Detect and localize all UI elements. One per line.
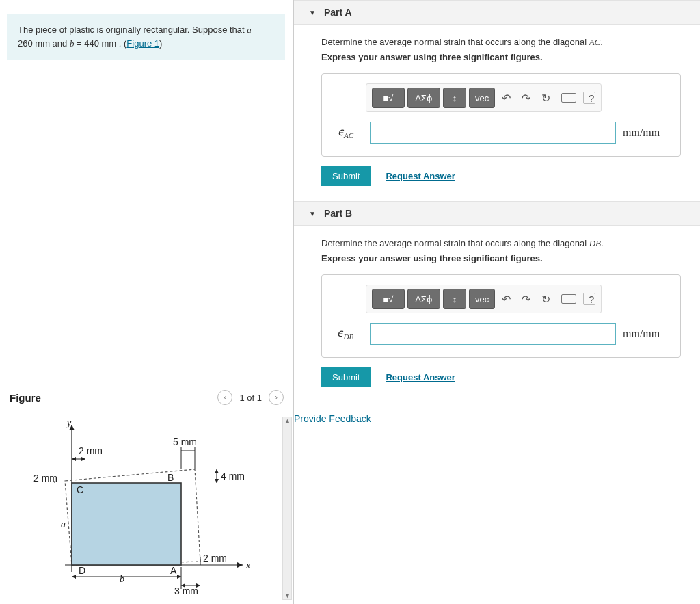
figure-svg: x y C B A D a b 5 mm — [24, 418, 263, 596]
pb-diag: DB — [589, 238, 601, 248]
part-b-unit: mm/mm — [623, 328, 660, 340]
reset-icon[interactable]: ↻ — [537, 92, 554, 105]
part-a-answer-row: ϵAC = mm/mm — [336, 122, 667, 144]
figure-header: Figure ‹ 1 of 1 › — [0, 386, 293, 412]
dim-2mm-l: 2 mm — [33, 473, 57, 484]
part-b-header[interactable]: ▼ Part B — [294, 201, 700, 226]
axis-x: x — [245, 560, 251, 570]
pt-D: D — [79, 565, 85, 576]
suffix2: ) — [159, 38, 162, 49]
part-a-input[interactable] — [370, 122, 616, 144]
part-b-request-answer[interactable]: Request Answer — [386, 372, 455, 382]
templates-button[interactable]: ■√ — [372, 88, 405, 108]
part-b-instr: Express your answer using three signific… — [321, 253, 681, 263]
part-b-title: Part B — [324, 208, 352, 219]
svg-marker-10 — [72, 457, 76, 461]
help-icon[interactable]: ? — [583, 293, 595, 305]
undo-icon[interactable]: ↶ — [498, 92, 515, 105]
svg-marker-15 — [215, 479, 219, 483]
dim-2mm-t: 2 mm — [79, 445, 103, 456]
reset-icon[interactable]: ↻ — [537, 293, 554, 306]
part-a-instr: Express your answer using three signific… — [321, 52, 681, 62]
dim-4mm: 4 mm — [221, 471, 245, 482]
scripts-button[interactable]: ↕ — [443, 88, 466, 108]
dim-5mm: 5 mm — [173, 436, 197, 447]
side-b: b — [120, 574, 124, 584]
provide-feedback-link[interactable]: Provide Feedback — [294, 406, 371, 424]
figure-label: Figure — [10, 392, 41, 404]
figure-count: 1 of 1 — [237, 393, 265, 403]
svg-marker-23 — [177, 575, 181, 579]
part-a-unit: mm/mm — [623, 127, 660, 139]
suffix1: . ( — [116, 38, 126, 49]
problem-statement: The piece of plastic is originally recta… — [7, 14, 285, 60]
part-a-answer-box: ■√ ΑΣϕ ↕ vec ↶ ↷ ↻ ? ϵAC = mm/mm — [321, 73, 681, 157]
greek-button[interactable]: ΑΣϕ — [407, 88, 440, 108]
scripts-button[interactable]: ↕ — [443, 289, 466, 309]
part-b-input[interactable] — [370, 323, 616, 345]
vec-button[interactable]: vec — [469, 88, 495, 108]
part-b-answer-box: ■√ ΑΣϕ ↕ vec ↶ ↷ ↻ ? ϵDB = mm/mm — [321, 274, 681, 358]
greek-button[interactable]: ΑΣϕ — [407, 289, 440, 309]
side-a: a — [61, 519, 66, 529]
svg-marker-14 — [215, 469, 219, 473]
svg-marker-11 — [81, 457, 85, 461]
svg-marker-2 — [237, 562, 243, 568]
part-a-var: ϵAC = — [336, 126, 363, 140]
dim-2mm-b: 2 mm — [203, 553, 227, 564]
svg-marker-22 — [72, 575, 76, 579]
val-b: = 440 mm — [74, 38, 116, 49]
part-b-body: Determine the average normal strain that… — [294, 226, 700, 402]
redo-icon[interactable]: ↷ — [517, 92, 535, 105]
part-b-prompt: Determine the average normal strain that… — [321, 238, 681, 249]
pt-A: A — [170, 565, 177, 576]
templates-button[interactable]: ■√ — [372, 289, 405, 309]
dim-3mm: 3 mm — [174, 586, 198, 596]
caret-down-icon: ▼ — [309, 210, 316, 218]
redo-icon[interactable]: ↷ — [517, 293, 535, 306]
part-a-header[interactable]: ▼ Part A — [294, 0, 700, 25]
pa-ppre: Determine the average normal strain that… — [321, 37, 589, 47]
pb-ppost: . — [601, 238, 604, 248]
part-a-submit[interactable]: Submit — [321, 166, 371, 186]
figure-next-button[interactable]: › — [269, 390, 284, 405]
undo-icon[interactable]: ↶ — [498, 293, 515, 306]
figure-scrollbar[interactable] — [282, 417, 292, 600]
svg-rect-5 — [72, 483, 181, 565]
pb-ppre: Determine the average normal strain that… — [321, 238, 589, 248]
figure-pane: x y C B A D a b 5 mm — [0, 412, 293, 604]
part-a-toolbar: ■√ ΑΣϕ ↕ vec ↶ ↷ ↻ ? — [366, 83, 602, 112]
caret-down-icon: ▼ — [309, 9, 316, 16]
part-b-answer-row: ϵDB = mm/mm — [336, 323, 667, 345]
part-b-toolbar: ■√ ΑΣϕ ↕ vec ↶ ↷ ↻ ? — [366, 285, 602, 313]
pt-B: B — [167, 472, 174, 483]
and-word: and — [50, 38, 70, 49]
pt-C: C — [77, 484, 83, 495]
keyboard-icon[interactable] — [557, 93, 580, 103]
part-b-submit[interactable]: Submit — [321, 367, 371, 387]
axis-y: y — [66, 418, 72, 428]
part-a-body: Determine the average normal strain that… — [294, 25, 700, 201]
vec-button[interactable]: vec — [469, 289, 495, 309]
part-a-request-answer[interactable]: Request Answer — [386, 171, 455, 181]
help-icon[interactable]: ? — [583, 92, 595, 104]
part-a-prompt: Determine the average normal strain that… — [321, 37, 681, 48]
figure-nav: ‹ 1 of 1 › — [217, 390, 284, 405]
pa-diag: AC — [589, 37, 601, 47]
pa-ppost: . — [600, 37, 603, 47]
keyboard-icon[interactable] — [557, 294, 580, 304]
part-a-title: Part A — [324, 7, 352, 18]
part-b-var: ϵDB = — [336, 327, 363, 341]
problem-prefix: The piece of plastic is originally recta… — [18, 25, 247, 35]
figure-prev-button[interactable]: ‹ — [217, 390, 232, 405]
figure-link[interactable]: Figure 1 — [126, 38, 159, 49]
